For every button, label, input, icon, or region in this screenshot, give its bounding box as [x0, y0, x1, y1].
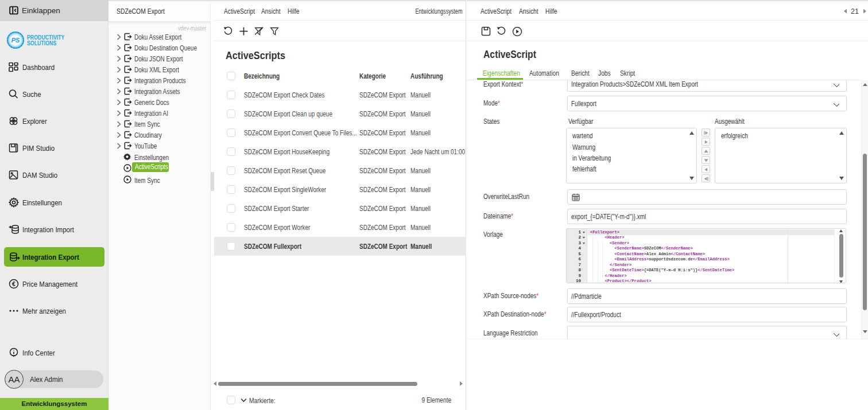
svg-text:€: €	[12, 280, 16, 287]
svg-text:SOLUTIONS: SOLUTIONS	[27, 40, 56, 46]
svg-text:PS: PS	[11, 37, 20, 44]
